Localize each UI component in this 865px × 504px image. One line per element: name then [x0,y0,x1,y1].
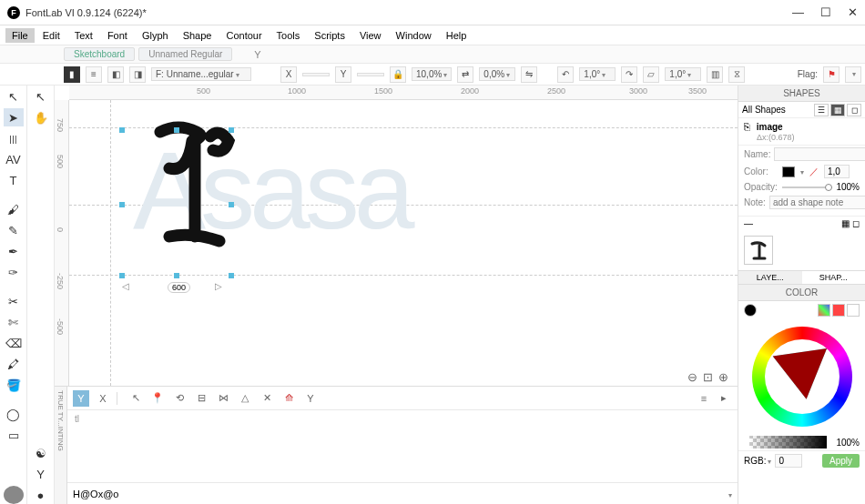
canvas[interactable]: Asasa ◁ 600 ▷ [69,100,738,386]
kerning-tool[interactable]: AV [4,150,24,168]
filter-icon[interactable]: Y [254,49,260,60]
hint-align[interactable]: ⊟ [193,390,209,407]
menu-tools[interactable]: Tools [270,28,307,43]
view-large-icon[interactable]: ◻ [847,104,861,116]
shape-item[interactable]: ⎘ image Δx:(0.678) [738,118,865,146]
zoom-in-icon[interactable]: ⊕ [718,370,728,384]
rotate-left-icon[interactable]: ↶ [557,66,574,83]
metrics-tool[interactable]: ⫼ [4,129,24,147]
tab-sketchboard[interactable]: Sketchboard [64,47,135,61]
current-color[interactable] [744,304,757,317]
hint-mid[interactable]: ⟰ [280,390,297,407]
menu-help[interactable]: Help [440,28,473,43]
palette-3[interactable] [847,304,860,317]
scale-y[interactable]: 0,0% [479,67,515,81]
menu-window[interactable]: Window [390,28,438,43]
color-value-input[interactable] [775,454,802,468]
color-swatch[interactable] [782,166,795,177]
minimize-button[interactable]: — [792,5,804,19]
opacity-slider[interactable] [782,186,832,188]
bucket-tool[interactable]: 🪣 [4,376,24,394]
shape-thumbnail[interactable] [744,236,773,265]
tab-layers[interactable]: LAYE... [738,271,802,284]
sub-dot[interactable]: ● [31,486,51,504]
close-button[interactable]: ✕ [848,5,858,19]
panel-grid-icon[interactable]: ▦ ◻ [841,218,860,228]
pen-tool[interactable]: ✑ [4,263,24,281]
select-tool[interactable]: ➤ [4,108,24,126]
palette-2[interactable] [832,304,845,317]
hourglass-icon[interactable]: ⧖ [728,66,745,83]
left-arrow-icon[interactable]: ◁ [122,281,129,291]
menu-file[interactable]: File [5,28,35,43]
alpha-slider[interactable] [749,436,827,449]
link-icon[interactable]: ⇄ [457,66,473,83]
sub-branch[interactable]: Y [31,465,51,483]
yin-yang-icon[interactable]: ☯ [31,444,51,462]
mode-btn-1[interactable]: ▮ [64,66,80,83]
slant-field[interactable]: 1,0° [665,67,701,81]
maximize-button[interactable]: ☐ [820,5,831,19]
right-arrow-icon[interactable]: ▷ [215,281,222,291]
menu-edit[interactable]: Edit [36,28,66,43]
zoom-out-icon[interactable]: ⊖ [687,370,697,384]
color-mode[interactable]: RGB: [744,456,771,466]
rotate-right-icon[interactable]: ↷ [621,66,637,83]
ellipse-tool[interactable]: ◯ [4,405,24,423]
glyph-image[interactable] [142,118,251,264]
advance-width[interactable]: 600 [168,282,190,293]
x-field[interactable] [302,73,330,76]
scale-x[interactable]: 10,0% [412,67,452,81]
menu-scripts[interactable]: Scripts [308,28,351,43]
hint-x[interactable]: X [95,390,111,407]
preview-dropdown[interactable] [727,489,732,499]
flag-red[interactable]: ⚑ [823,66,840,83]
menu-contour[interactable]: Contour [219,28,268,43]
name-input[interactable] [774,147,865,161]
fill-tool[interactable]: 🖍 [4,355,24,373]
text-tool[interactable]: T [4,171,24,189]
hint-cross[interactable]: ✕ [259,390,275,407]
note-input[interactable] [769,196,865,209]
flip-h-icon[interactable]: ⇋ [521,66,537,83]
apply-button[interactable]: Apply [822,454,860,468]
menu-shape[interactable]: Shape [177,28,219,43]
slant-icon[interactable]: ▱ [643,66,659,83]
view-list-icon[interactable]: ☰ [814,104,829,116]
mode-btn-3[interactable]: ◧ [107,66,124,83]
hint-delta[interactable]: △ [237,390,253,407]
menu-font[interactable]: Font [101,28,134,43]
menu-view[interactable]: View [353,28,388,43]
stroke-width-input[interactable] [824,165,850,178]
menu-glyph[interactable]: Glyph [136,28,175,43]
sub-hand[interactable]: ✋ [31,108,51,126]
knife-tool[interactable]: ✂ [4,292,24,310]
palette-1[interactable] [818,304,830,317]
mode-btn-2[interactable]: ≡ [86,66,102,83]
panel-menu-icon[interactable]: ≡ [696,390,712,407]
pointer-tool[interactable]: ↖ [4,87,24,106]
hint-y[interactable]: Y [73,390,89,407]
menu-text[interactable]: Text [68,28,99,43]
mirror-icon[interactable]: ▥ [707,66,723,83]
color-wheel[interactable] [752,327,852,427]
color-preview[interactable] [4,486,24,504]
y-field[interactable] [357,73,384,76]
tab-unnamed[interactable]: Unnamed Regular [138,47,232,61]
zoom-fit-icon[interactable]: ⊡ [703,370,713,384]
brush-tool[interactable]: 🖌 [4,200,24,218]
tab-shapes[interactable]: SHAP... [802,271,866,284]
flag-more[interactable] [845,66,861,83]
mode-btn-4[interactable]: ◨ [129,66,146,83]
hint-interp[interactable]: ⋈ [215,390,231,407]
hint-branch[interactable]: Y [302,390,319,407]
scissors-tool[interactable]: ✄ [4,313,24,331]
rotate-field[interactable]: 1,0° [579,67,616,81]
sub-cursor[interactable]: ↖ [31,87,51,106]
lock-icon[interactable]: 🔒 [390,66,406,83]
collapse-icon[interactable]: — [744,218,753,228]
pencil-tool[interactable]: ✎ [4,221,24,239]
stroke-icon[interactable]: ／ [809,166,819,178]
rect-tool[interactable]: ▭ [4,426,24,444]
font-selector[interactable]: F: Unname...egular [151,67,251,81]
